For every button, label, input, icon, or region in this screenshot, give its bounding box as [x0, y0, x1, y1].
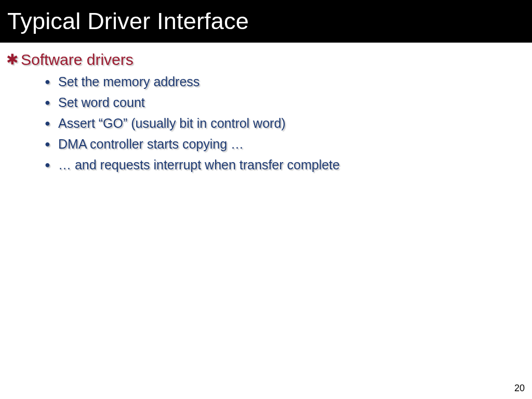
bullet-icon: ●: [45, 73, 58, 90]
page-number: 20: [514, 383, 525, 394]
asterisk-icon: ✱: [6, 50, 21, 70]
list-item-text: DMA controller starts copying …: [58, 135, 244, 153]
list-item-text: Assert “GO” (usually bit in control word…: [58, 114, 286, 132]
slide-title: Typical Driver Interface: [7, 8, 249, 35]
bullet-icon: ●: [45, 94, 58, 111]
heading-item: ✱ Software drivers: [0, 50, 532, 70]
list-item: ● DMA controller starts copying …: [0, 135, 532, 153]
bullet-icon: ●: [45, 135, 58, 153]
bullet-icon: ●: [45, 114, 58, 132]
list-item-text: Set the memory address: [58, 73, 200, 90]
list-item-text: … and requests interrupt when transfer c…: [58, 156, 340, 174]
slide-body: ✱ Software drivers ● Set the memory addr…: [0, 43, 532, 174]
list-item-text: Set word count: [58, 94, 145, 111]
list-item: ● Set the memory address: [0, 73, 532, 90]
heading-text: Software drivers: [21, 50, 134, 70]
list-item: ● … and requests interrupt when transfer…: [0, 156, 532, 174]
list-item: ● Assert “GO” (usually bit in control wo…: [0, 114, 532, 132]
bullet-icon: ●: [45, 156, 58, 174]
list-item: ● Set word count: [0, 94, 532, 111]
title-bar: Typical Driver Interface: [0, 0, 532, 43]
